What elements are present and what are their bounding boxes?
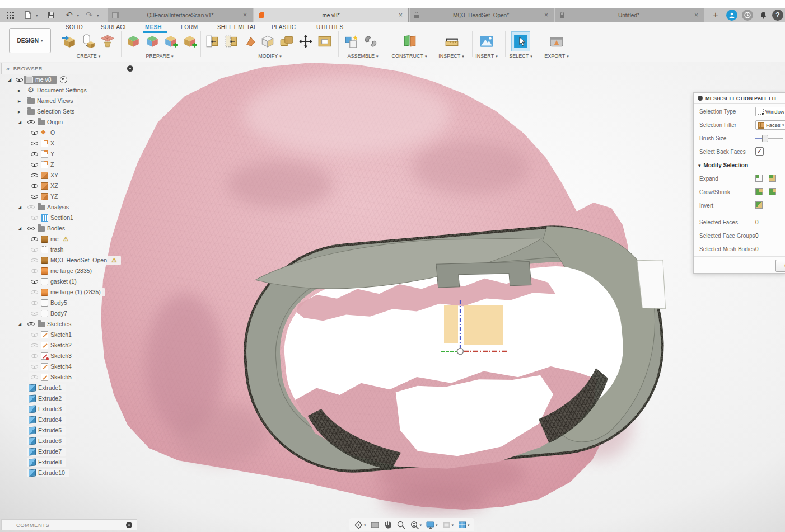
redo-icon[interactable]: ↷: [83, 10, 95, 21]
smooth-mesh-button[interactable]: [259, 32, 277, 51]
tree-item[interactable]: XZ: [1, 181, 141, 190]
visibility-eye-icon[interactable]: [31, 129, 39, 136]
tree-item[interactable]: Sketch3: [1, 351, 141, 360]
redo-caret-icon[interactable]: ▾: [97, 13, 99, 17]
comments-options-icon[interactable]: [126, 522, 132, 528]
tree-item[interactable]: MQ3_HeadSet_Open⚠: [1, 256, 141, 265]
tree-item-feature[interactable]: Extrude3: [1, 404, 141, 413]
user-avatar[interactable]: [726, 10, 737, 21]
tab-close-icon[interactable]: ×: [543, 11, 549, 19]
display-settings-icon[interactable]: ▾: [426, 520, 438, 530]
tree-item-feature[interactable]: Extrude7: [1, 447, 141, 456]
design-workspace-dropdown[interactable]: DESIGN ▾: [9, 28, 51, 53]
comments-bar[interactable]: COMMENTS: [1, 519, 137, 530]
expand-icon[interactable]: [18, 205, 26, 210]
tree-item[interactable]: gasket (1): [1, 277, 141, 286]
help-icon[interactable]: ?: [772, 10, 783, 21]
origin-point[interactable]: [457, 349, 464, 355]
visibility-eye-icon[interactable]: [31, 257, 39, 263]
tree-item[interactable]: Sketch4: [1, 362, 141, 371]
tree-item[interactable]: O: [1, 128, 141, 137]
tree-item[interactable]: Selection Sets: [1, 107, 141, 116]
tree-item[interactable]: Section1: [1, 213, 141, 222]
new-tab-button[interactable]: +: [710, 10, 721, 21]
zoom-window-icon[interactable]: ▾: [410, 520, 422, 530]
tree-item[interactable]: me large (1) (2835): [1, 288, 141, 296]
grow-selection-icon[interactable]: [755, 188, 763, 195]
tree-item[interactable]: YZ: [1, 192, 141, 201]
reduce-mesh-button[interactable]: [162, 32, 180, 51]
visibility-eye-icon[interactable]: [31, 150, 39, 157]
visibility-eye-icon[interactable]: [31, 172, 39, 178]
visibility-eye-icon[interactable]: [27, 119, 35, 125]
pan-hand-icon[interactable]: [384, 520, 392, 529]
move-button[interactable]: [297, 32, 315, 51]
prepare-caret-icon[interactable]: ▾: [171, 54, 174, 58]
construct-plane-button[interactable]: [401, 32, 419, 51]
visibility-eye-icon[interactable]: [31, 246, 39, 253]
visibility-eye-icon[interactable]: [31, 374, 39, 380]
visibility-eye-icon[interactable]: [31, 236, 39, 242]
selection-type-dropdown[interactable]: Window▾: [755, 107, 785, 116]
tree-item[interactable]: Body5: [1, 298, 141, 307]
joint-button[interactable]: [362, 32, 380, 51]
file-menu-caret-icon[interactable]: ▾: [36, 13, 38, 17]
slider-thumb[interactable]: [762, 135, 768, 142]
visibility-eye-icon[interactable]: [31, 363, 39, 370]
visibility-eye-icon[interactable]: [31, 352, 39, 359]
browser-collapse-icon[interactable]: «: [6, 65, 10, 72]
expand-icon[interactable]: [18, 87, 26, 93]
visibility-eye-icon[interactable]: [31, 214, 39, 221]
tree-item-feature[interactable]: Extrude6: [1, 436, 141, 445]
file-menu-icon[interactable]: [22, 10, 34, 21]
tab-solid[interactable]: SOLID: [66, 24, 83, 30]
visibility-eye-icon[interactable]: [31, 278, 39, 285]
grid-layout-icon[interactable]: ▾: [442, 520, 454, 530]
tab-sheet-metal[interactable]: SHEET METAL: [217, 24, 257, 30]
visibility-eye-icon[interactable]: [31, 289, 39, 295]
orbit-icon[interactable]: ▾: [354, 520, 366, 530]
tree-item-feature[interactable]: Extrude8: [1, 458, 141, 467]
expand-icon[interactable]: [18, 109, 26, 115]
visibility-eye-icon[interactable]: [16, 76, 24, 83]
tree-item[interactable]: me large (2835): [1, 266, 141, 275]
tab-close-icon[interactable]: ×: [398, 11, 404, 19]
tree-item[interactable]: Sketch5: [1, 373, 141, 382]
undo-icon[interactable]: ↶: [64, 10, 75, 21]
back-faces-checkbox[interactable]: ✓: [755, 147, 764, 156]
visibility-eye-icon[interactable]: [31, 310, 39, 317]
tree-item[interactable]: Sketch2: [1, 341, 141, 350]
visibility-eye-icon[interactable]: [31, 299, 39, 306]
visibility-eye-icon[interactable]: [31, 267, 39, 274]
viewports-caret-icon[interactable]: ▾: [468, 523, 470, 527]
look-at-icon[interactable]: [370, 520, 380, 530]
tree-item-feature[interactable]: Extrude1: [1, 383, 141, 392]
create-caret-icon[interactable]: ▾: [99, 54, 101, 58]
expand-all-icon[interactable]: [769, 175, 776, 182]
orbit-caret-icon[interactable]: ▾: [364, 523, 366, 527]
modify-selection-section[interactable]: Modify Selection: [698, 162, 748, 168]
job-status-clock-icon[interactable]: [742, 10, 753, 21]
tree-item-feature[interactable]: Extrude5: [1, 426, 141, 435]
erase-and-fill-button[interactable]: [242, 32, 260, 51]
notifications-bell-icon[interactable]: [758, 10, 769, 21]
document-tab-1[interactable]: Q3FacialInterfaceScan.v1* ×: [108, 8, 253, 22]
repair-mesh-button[interactable]: [143, 32, 161, 51]
combine-button[interactable]: [278, 32, 296, 51]
browser-options-icon[interactable]: [127, 65, 133, 72]
expand-selection-icon[interactable]: [755, 175, 763, 182]
viewports-icon[interactable]: ▾: [457, 520, 470, 530]
tree-item-feature[interactable]: Extrude4: [1, 415, 141, 424]
visibility-eye-icon[interactable]: [31, 161, 39, 168]
tree-item[interactable]: Analysis: [1, 203, 141, 211]
tab-close-icon[interactable]: ×: [242, 11, 248, 19]
generate-face-groups-button[interactable]: [124, 32, 142, 51]
tree-item[interactable]: Sketch1: [1, 330, 141, 339]
visibility-eye-icon[interactable]: [31, 331, 39, 338]
display-caret-icon[interactable]: ▾: [436, 523, 438, 527]
expand-icon[interactable]: [18, 322, 26, 327]
tree-item[interactable]: X: [1, 139, 141, 148]
remesh-button[interactable]: [181, 32, 199, 51]
tab-mesh[interactable]: MESH: [145, 24, 162, 30]
export-button[interactable]: [548, 32, 566, 51]
